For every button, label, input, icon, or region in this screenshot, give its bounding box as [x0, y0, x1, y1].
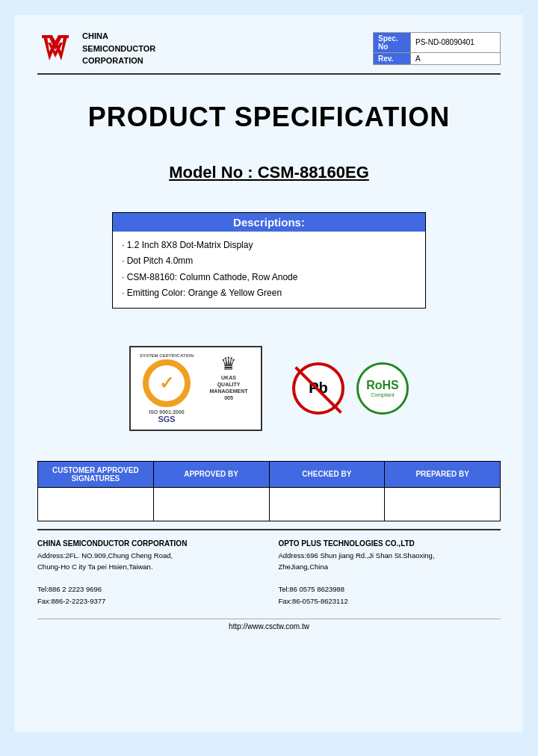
signatures-table: CUSTOMER APPROVEDSIGNATURES APPROVED BY … — [37, 461, 501, 521]
company1-fax: Fax:886-2-2223-9377 — [37, 595, 260, 607]
sgs-ring: ✓ — [143, 359, 191, 407]
desc-item-1: · 1.2 Inch 8X8 Dot-Matrix Display — [122, 238, 416, 254]
sgs-top-label: SYSTEM CERTIFICATION — [140, 353, 194, 358]
sig-col1-header: CUSTOMER APPROVEDSIGNATURES — [38, 461, 154, 487]
desc-item-4: · Emitting Color: Orange & Yellow Green — [122, 285, 416, 302]
rev-value: A — [411, 52, 501, 64]
footer-website: http://www.csctw.com.tw — [37, 619, 501, 630]
footer-companies: CHINA SEMICONDUCTOR CORPORATION Address:… — [37, 538, 501, 607]
company2-tel: Tel:86 0575 8623988 — [278, 583, 501, 595]
signatures-section: CUSTOMER APPROVEDSIGNATURES APPROVED BY … — [37, 461, 501, 521]
pb-text: Pb — [309, 379, 328, 397]
company1-addr1: Address:2FL. NO.909,Chung Cheng Road, — [37, 550, 260, 561]
company1-name: CHINA SEMICONDUCTOR CORPORATION — [37, 538, 260, 550]
rohs-section: Pb RoHS Compliant — [292, 362, 409, 415]
sgs-brand: SGS — [158, 415, 175, 424]
descriptions-body: · 1.2 Inch 8X8 Dot-Matrix Display · Dot … — [113, 232, 425, 308]
company2-addr1: Address:696 Shun jiang Rd.,Ji Shan St.Sh… — [278, 550, 501, 561]
ukas-label: UKASQUALITYMANAGEMENT005 — [210, 374, 248, 401]
header: CHINA SEMICONDUCTOR CORPORATION Spec. No… — [37, 30, 501, 75]
sig-col3-header: CHECKED BY — [269, 461, 385, 487]
page: CHINA SEMICONDUCTOR CORPORATION Spec. No… — [15, 15, 523, 732]
rohs-badge: RoHS Compliant — [356, 362, 409, 415]
sig-data-2 — [153, 487, 269, 521]
spec-label: Spec. No — [374, 32, 411, 52]
main-title: PRODUCT SPECIFICATION — [37, 102, 501, 133]
sig-data-3 — [269, 487, 385, 521]
no-pb-badge: Pb — [292, 362, 344, 415]
rohs-sub: Compliant — [371, 392, 395, 397]
sgs-iso-label: ISO 9001:2000 — [149, 409, 184, 415]
ukas-cert: ♛ UKASQUALITYMANAGEMENT005 — [202, 353, 255, 424]
certifications-section: SYSTEM CERTIFICATION ✓ ISO 9001:2000 SGS… — [37, 323, 501, 453]
company-logo — [37, 31, 73, 66]
sgs-ukas-box: SYSTEM CERTIFICATION ✓ ISO 9001:2000 SGS… — [129, 346, 262, 431]
desc-item-2: · Dot Pitch 4.0mm — [122, 253, 416, 270]
sig-data-1 — [38, 487, 154, 521]
sgs-cert: SYSTEM CERTIFICATION ✓ ISO 9001:2000 SGS — [137, 353, 197, 424]
model-section: Model No : CSM-88160EG — [37, 148, 501, 197]
company-name: CHINA SEMICONDUCTOR CORPORATION — [82, 30, 155, 67]
footer-company-2: OPTO PLUS TECHNOLOGIES CO.,LTD Address:6… — [278, 538, 501, 607]
sgs-checkmark: ✓ — [159, 373, 174, 394]
company1-tel: Tel:886 2 2223 9696 — [37, 583, 260, 595]
company2-name: OPTO PLUS TECHNOLOGIES CO.,LTD — [278, 538, 501, 550]
sig-col2-header: APPROVED BY — [153, 461, 269, 487]
ukas-crown-icon: ♛ — [220, 353, 237, 374]
descriptions-header: Descriptions: — [113, 213, 425, 232]
footer-company-1: CHINA SEMICONDUCTOR CORPORATION Address:… — [37, 538, 260, 607]
sig-data-4 — [385, 487, 501, 521]
descriptions-box: Descriptions: · 1.2 Inch 8X8 Dot-Matrix … — [112, 212, 426, 309]
spec-value: PS-ND-08090401 — [411, 32, 501, 52]
sig-col4-header: PREPARED BY — [385, 461, 501, 487]
spec-table: Spec. No PS-ND-08090401 Rev. A — [373, 32, 501, 65]
rohs-text: RoHS — [366, 379, 399, 392]
rev-label: Rev. — [374, 52, 411, 64]
desc-item-3: · CSM-88160: Column Cathode, Row Anode — [122, 270, 416, 286]
company2-fax: Fax:86-0575-8623112 — [278, 595, 501, 607]
footer: CHINA SEMICONDUCTOR CORPORATION Address:… — [37, 529, 501, 630]
header-left: CHINA SEMICONDUCTOR CORPORATION — [37, 30, 155, 67]
model-number: Model No : CSM-88160EG — [37, 163, 501, 182]
title-section: PRODUCT SPECIFICATION — [37, 79, 501, 148]
company2-addr2: ZheJiang,China — [278, 561, 501, 572]
company1-addr2: Chung-Ho C ity Ta pei Hsien,Taiwan. — [37, 561, 260, 572]
